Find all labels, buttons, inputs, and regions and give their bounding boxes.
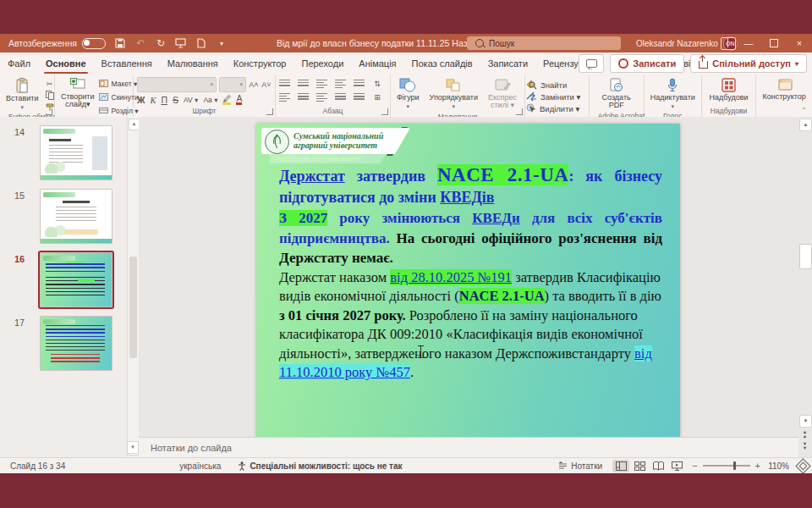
tab-основне[interactable]: Основне: [38, 52, 94, 75]
start-slideshow-icon[interactable]: [175, 37, 187, 49]
replace-button[interactable]: Замінити ▾: [529, 91, 580, 102]
main-scrollbar[interactable]: ▲ ▼ ▲▲ ▼▼: [798, 117, 811, 457]
redo-icon[interactable]: ↻: [155, 37, 167, 49]
notes-label: Нотатки до слайда: [151, 443, 232, 453]
find-button[interactable]: Знайти: [529, 80, 580, 91]
slide-canvas[interactable]: Сумський національний аграрний університ…: [256, 124, 680, 438]
font-size-combo[interactable]: ▾: [219, 77, 246, 92]
zoom-slider[interactable]: [703, 465, 750, 467]
strikethrough-button[interactable]: S: [173, 95, 178, 105]
save-icon[interactable]: [114, 37, 126, 49]
scrollbar-thumb[interactable]: [799, 244, 812, 269]
thumbnail-scrollbar[interactable]: ▲ ▼: [127, 117, 139, 457]
tab-показ-слайдів[interactable]: Показ слайдів: [404, 52, 480, 75]
zoom-out-button[interactable]: −: [692, 461, 697, 471]
smartart-icon[interactable]: ⊞: [372, 92, 382, 102]
zoom-level[interactable]: 110%: [767, 461, 789, 471]
fit-slide-to-window-icon[interactable]: [795, 458, 810, 473]
collapse-ribbon-icon[interactable]: ⌃: [801, 107, 807, 114]
tab-записати[interactable]: Записати: [480, 52, 535, 75]
comments-button[interactable]: [579, 54, 604, 73]
shapes-button[interactable]: Фігури▾: [394, 77, 422, 111]
next-slide-button[interactable]: ▼▼: [800, 442, 809, 450]
record-button[interactable]: Записати: [610, 54, 684, 73]
align-center-icon[interactable]: [298, 93, 309, 102]
previous-slide-button[interactable]: ▲▲: [800, 430, 809, 438]
addins-button[interactable]: Надбудови: [707, 77, 751, 102]
decrease-indent-icon[interactable]: [316, 80, 327, 88]
tab-вставлення[interactable]: Вставлення: [94, 52, 160, 75]
arrange-button[interactable]: Упорядкувати▾: [427, 77, 480, 111]
section-button[interactable]: Розділ ▾: [99, 105, 139, 116]
zoom-in-button[interactable]: +: [755, 461, 760, 471]
font-dialog-launcher[interactable]: [266, 108, 273, 115]
accessibility-status[interactable]: Спеціальні можливості: щось не так: [229, 461, 410, 471]
character-spacing-icon[interactable]: A︎V ▾: [184, 96, 198, 104]
scroll-up-icon[interactable]: ▲: [799, 119, 812, 131]
normal-view-button[interactable]: [612, 460, 629, 472]
font-name-combo[interactable]: ▾: [137, 77, 217, 92]
tab-файл[interactable]: Файл: [0, 52, 38, 75]
highlight-color-icon[interactable]: 🖉: [222, 95, 231, 105]
slide-text[interactable]: Держстат затвердив NACE 2.1-UA: як бізне…: [279, 164, 662, 383]
notes-toggle-button[interactable]: Нотатки: [555, 461, 606, 471]
grow-font-icon[interactable]: A˄: [249, 80, 259, 90]
reading-view-button[interactable]: [650, 460, 667, 472]
designer-button[interactable]: Конструктор: [760, 77, 808, 102]
tab-переходи[interactable]: Переходи: [294, 52, 351, 75]
group-drawing: Фігури▾ Упорядкувати▾ Експрес стилі ▾: [391, 75, 525, 117]
slideshow-view-button[interactable]: [668, 460, 685, 472]
slide-sorter-view-button[interactable]: [631, 460, 648, 472]
line-spacing-icon[interactable]: [354, 80, 365, 88]
tab-конструктор[interactable]: Конструктор: [226, 52, 294, 75]
increase-indent-icon[interactable]: [335, 80, 346, 88]
tab-малювання[interactable]: Малювання: [160, 52, 226, 75]
zoom-slider-thumb[interactable]: [733, 461, 737, 470]
scroll-down-icon[interactable]: ▼: [799, 415, 812, 428]
columns-icon[interactable]: [354, 93, 365, 102]
quick-styles-button[interactable]: Експрес стилі ▾: [486, 77, 519, 111]
justify-icon[interactable]: [335, 93, 346, 102]
paste-button[interactable]: Вставити▾: [3, 77, 41, 112]
minimize-button[interactable]: —: [736, 34, 761, 52]
reset-button[interactable]: Скинути: [99, 91, 139, 102]
underline-button[interactable]: П: [161, 95, 167, 105]
dictate-button[interactable]: Надиктувати▾: [648, 77, 698, 111]
bullets-icon[interactable]: [279, 80, 290, 88]
text-direction-icon[interactable]: ⇅: [372, 79, 382, 88]
close-button[interactable]: ×: [787, 34, 812, 52]
align-left-icon[interactable]: [279, 93, 290, 102]
new-file-icon[interactable]: [195, 37, 207, 49]
tab-анімація[interactable]: Анімація: [351, 52, 403, 75]
align-right-icon[interactable]: [316, 93, 327, 102]
customize-qat-icon[interactable]: ▾: [216, 37, 228, 49]
bold-button[interactable]: Ж: [137, 95, 145, 105]
paragraph-dialog-launcher[interactable]: [381, 108, 388, 115]
restore-button[interactable]: [761, 34, 787, 52]
scrollbar-thumb[interactable]: [129, 257, 137, 358]
search-input[interactable]: Пошук: [467, 36, 621, 50]
change-case-icon[interactable]: Aa ▾: [203, 96, 217, 104]
language-indicator[interactable]: українська: [171, 461, 229, 471]
shrink-font-icon[interactable]: A˅: [261, 80, 272, 90]
share-button[interactable]: Спільний доступ ▾: [690, 54, 807, 73]
drawing-dialog-launcher[interactable]: [516, 108, 523, 115]
scroll-up-icon[interactable]: ▲: [129, 119, 139, 130]
thumbnails-collapse-icon[interactable]: ▼: [127, 441, 139, 454]
new-slide-button[interactable]: Створити слайд▾: [58, 77, 97, 110]
slide-thumbnail-14[interactable]: [40, 125, 112, 180]
notes-bar[interactable]: ▼ Нотатки до слайда: [139, 437, 798, 457]
ribbon-display-options-icon[interactable]: [721, 37, 736, 50]
undo-icon[interactable]: ↶: [134, 37, 146, 49]
slide-thumbnail-17[interactable]: [40, 316, 112, 371]
clipboard-dialog-launcher[interactable]: [46, 108, 52, 115]
slide-thumbnail-15[interactable]: [40, 189, 112, 244]
numbering-icon[interactable]: [298, 80, 309, 88]
font-color-icon[interactable]: A: [236, 95, 242, 105]
layout-button[interactable]: Макет ▾: [99, 78, 139, 89]
create-pdf-button[interactable]: Создать PDF: [593, 77, 640, 111]
select-button[interactable]: Виділити ▾: [529, 103, 580, 114]
autosave-toggle[interactable]: [82, 38, 106, 49]
italic-button[interactable]: К: [151, 96, 156, 105]
slide-thumbnail-16[interactable]: [40, 252, 112, 307]
